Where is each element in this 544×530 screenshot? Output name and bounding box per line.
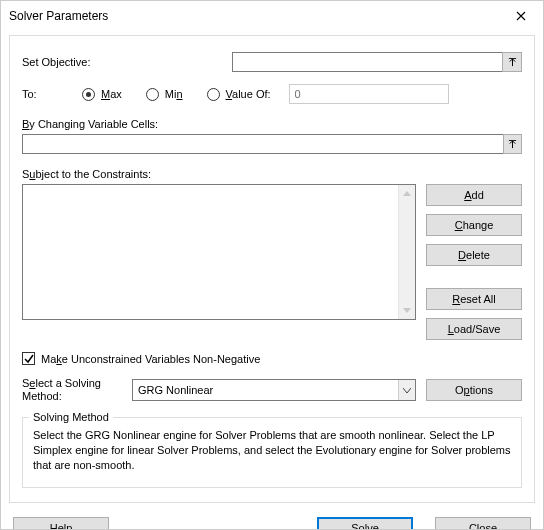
delete-button[interactable]: Delete: [426, 244, 522, 266]
collapse-icon: [508, 140, 517, 149]
set-objective-label: Set Objective:: [22, 56, 232, 68]
collapse-icon: [508, 58, 517, 67]
titlebar: Solver Parameters: [1, 1, 543, 31]
method-select[interactable]: GRG Nonlinear: [132, 379, 416, 401]
radio-icon: [207, 88, 220, 101]
checkbox[interactable]: [22, 352, 35, 365]
changing-cells-input[interactable]: [22, 134, 504, 154]
chevron-up-icon: [403, 191, 411, 196]
close-button[interactable]: Close: [435, 517, 531, 530]
radio-min-label: Min: [165, 88, 183, 100]
scroll-down-button[interactable]: [399, 302, 415, 319]
chevron-down-icon: [403, 308, 411, 313]
radio-icon: [82, 88, 95, 101]
main-panel: Set Objective: To: Max Min Value Of: By …: [9, 35, 535, 503]
objective-row: Set Objective:: [22, 52, 522, 72]
add-button[interactable]: Add: [426, 184, 522, 206]
description-legend: Solving Method: [29, 411, 113, 423]
to-label: To:: [22, 88, 82, 100]
select-arrow: [398, 380, 415, 400]
changing-cells-ref-button[interactable]: [503, 134, 522, 154]
radio-icon: [146, 88, 159, 101]
window-title: Solver Parameters: [9, 9, 108, 23]
nonneg-checkbox-row[interactable]: Make Unconstrained Variables Non-Negativ…: [22, 352, 522, 365]
change-button[interactable]: Change: [426, 214, 522, 236]
radio-max-label: Max: [101, 88, 122, 100]
objective-ref-button[interactable]: [502, 52, 522, 72]
close-window-button[interactable]: [498, 1, 543, 31]
changing-cells-label: By Changing Variable Cells:: [22, 118, 522, 130]
description-text: Select the GRG Nonlinear engine for Solv…: [33, 428, 511, 473]
scroll-up-button[interactable]: [399, 185, 415, 202]
radio-valueof[interactable]: Value Of:: [207, 88, 271, 101]
bottom-bar: Help Solve Close: [1, 511, 543, 530]
constraint-buttons: Add Change Delete Reset All Load/Save: [426, 184, 522, 340]
constraints-listbox[interactable]: [22, 184, 416, 320]
load-save-button[interactable]: Load/Save: [426, 318, 522, 340]
chevron-down-icon: [403, 388, 411, 393]
radio-max[interactable]: Max: [82, 88, 122, 101]
method-row: Select a Solving Method: GRG Nonlinear O…: [22, 377, 522, 403]
objective-input[interactable]: [232, 52, 503, 72]
radio-min[interactable]: Min: [146, 88, 183, 101]
check-icon: [24, 354, 34, 364]
close-icon: [516, 11, 526, 21]
reset-all-button[interactable]: Reset All: [426, 288, 522, 310]
solving-method-description: Solving Method Select the GRG Nonlinear …: [22, 417, 522, 488]
to-row: To: Max Min Value Of:: [22, 84, 522, 104]
method-label: Select a Solving Method:: [22, 377, 122, 403]
radio-valueof-label: Value Of:: [226, 88, 271, 100]
listbox-scrollbar[interactable]: [398, 185, 415, 319]
help-button[interactable]: Help: [13, 517, 109, 530]
nonneg-label: Make Unconstrained Variables Non-Negativ…: [41, 353, 260, 365]
constraints-label: Subject to the Constraints:: [22, 168, 522, 180]
method-selected-value: GRG Nonlinear: [138, 384, 213, 396]
solve-button[interactable]: Solve: [317, 517, 413, 530]
options-button[interactable]: Options: [426, 379, 522, 401]
valueof-input[interactable]: [289, 84, 449, 104]
